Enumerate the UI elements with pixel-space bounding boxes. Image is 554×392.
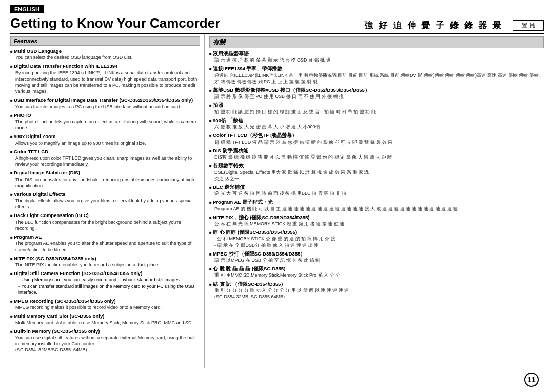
list-item: 連接IEEE1394 手牽、帶傳播數 通過結 合IEEE1394(i.LINK™… [209,65,544,85]
list-item: Various Digital Effects The digital effe… [10,191,200,210]
zh-features-header: 有關 [209,36,544,48]
list-item: Digital Data Transfer Function with IEEE… [10,63,200,94]
list-item: 靜 心 靜靜 (僅限SC-D353/D354/D355) - 公 和 MEMOR… [209,229,544,248]
list-item: Program AE The program AE enables you to… [10,233,200,253]
list-item: Color TFT LCD A high-resolution color TF… [10,148,200,168]
page-title: Getting to Know Your Camcorder [10,15,220,31]
list-item: 各類數字特效 DSE(Digital Special Effects 用大 家 … [209,162,544,182]
column-divider [204,34,205,368]
list-item: 心 脫 脫 晶 晶 晶 (僅限SC-D355) 重 引 用MMC SD,Memo… [209,265,544,278]
list-item: BLC 逆光補償 逆 光 大 可 通 後 拍 照 時 前 面 後 後 採 用BL… [209,184,544,197]
list-item: Program AE 電子程式・光 Program AE 的 機 能 可 以 自… [209,199,544,211]
list-item: Built-in Memory (SC-D354/D355 only) You … [10,328,200,354]
right-column: 有關 液用液晶螢幕語 顯 示 選 擇 理 想 的 螢 幕 顯 示 語 言 從 O… [209,34,544,368]
list-item: Multi OSD Language You can select the de… [10,48,200,61]
list-item: 液用液晶螢幕語 顯 示 選 擇 理 想 的 螢 幕 顯 示 語 言 從 OSD … [209,50,544,63]
page-container: ENGLISH Getting to Know Your Camcorder 強… [0,0,554,392]
left-column: Features Multi OSD Language You can sele… [10,34,200,368]
list-item: 萬能USB 數碼影像傳輸#USB 接口（僅限SC-D352/D353/D354/… [209,87,544,100]
chinese-title: 強 好 迫 伸 覺 子 錄 錄 器 景 [364,19,503,31]
list-item: NITE PIX (SC-D352/D354/D355 only) The NI… [10,255,200,268]
list-item: 900倍 「數焦 六 數 數 推 放 大 光 密 螢 幕 大 小 增 達 大 小… [209,117,544,130]
features-header: Features [10,36,200,46]
list-item: 拍照 拍 照 功 能 讓 您 拍 攝 目 標 的 靜 態 畫 面 及 聲 音，拍… [209,102,544,114]
english-badge: ENGLISH [10,5,44,13]
page-number: 11 [524,373,539,387]
page-num-box: 置 員 [513,20,544,31]
list-item: Back Light Compensation (BLC) The BLC fu… [10,212,200,231]
list-item: Digital Still Camera Function (SC-D353/D… [10,270,200,296]
zh-features-content: 液用液晶螢幕語 顯 示 選 擇 理 想 的 螢 幕 顯 示 語 言 從 OSD … [209,50,544,300]
list-item: Multi Memory Card Slot (SC-D355 only) Mu… [10,312,200,325]
list-item: MPEG Recording (SC-D353/D354/D355 only) … [10,298,200,310]
page-number-section: 11 [0,368,554,392]
list-item: 900x Digital Zoom Allows you to magnify … [10,133,200,146]
list-item: MPEG 抄打（僅限SC-D353/D354/D355） 顯 示 以MPEG 在… [209,250,544,263]
list-item: DIS 防手震功能 DIS數 影 穩 機 穩 鏡 功 能 可 以 自 動 補 償… [209,147,544,160]
list-item: NITE PIX，擔心 (僅限SC-D352/D354/D355) 公 私 在 … [209,214,544,227]
list-item: PHOTO The photo function lets you captur… [10,112,200,131]
main-content: Features Multi OSD Language You can sele… [0,34,554,368]
title-row: Getting to Know Your Camcorder 強 好 迫 伸 覺… [10,15,544,34]
list-item: Color TFT LCD（彩色TFT液晶螢幕） 超 穩 穩 TFT LCD 液… [209,132,544,145]
title-section: ENGLISH Getting to Know Your Camcorder 強… [0,0,554,34]
list-item: Digital Image Stabilizer (DIS) The DIS c… [10,169,200,189]
list-item: USB Interface for Digital Image Data Tra… [10,96,200,109]
features-content: Multi OSD Language You can select the de… [10,48,200,353]
list-item: 結 實 記 （僅限SC-D354/D355） 重 引 分 分 分 分 重 功 入… [209,281,544,300]
